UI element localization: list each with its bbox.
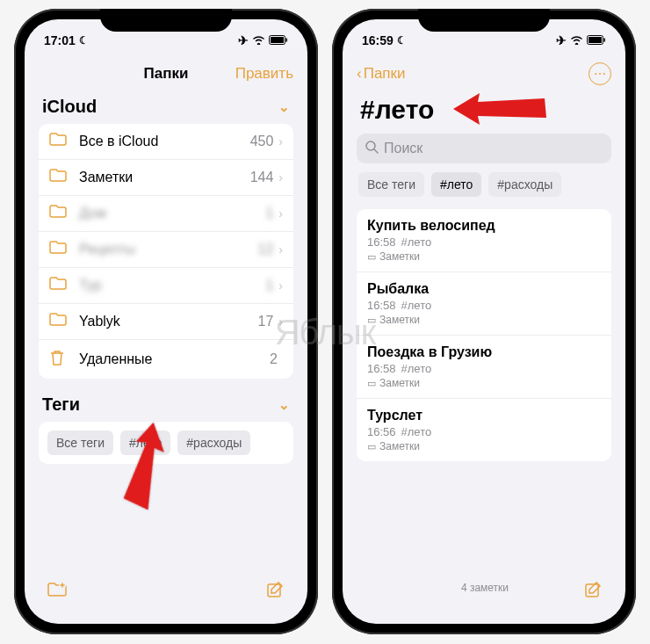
folder-icon: ▭ [367,315,376,326]
chevron-right-icon: › [278,279,283,293]
chevron-left-icon: ‹ [357,65,362,83]
folder-row[interactable]: Удаленные2 [39,340,293,379]
bottom-toolbar: 4 заметки [343,578,625,624]
notes-count: 4 заметки [461,582,509,594]
svg-rect-6 [589,37,602,43]
page-title: Папки [91,65,241,83]
folder-row[interactable]: Все в iCloud450› [39,124,293,160]
note-item[interactable]: Купить велосипед16:58#лето▭Заметки [357,209,611,272]
more-button[interactable]: ⋯ [589,62,611,85]
annotation-arrow-right [448,83,553,135]
airplane-icon: ✈︎ [238,33,249,47]
folder-row[interactable]: Заметки144› [39,160,293,196]
compose-button[interactable] [585,582,603,604]
folder-count: 1 [265,206,273,221]
note-folder: Заметки [379,250,420,263]
folder-count: 12 [258,242,274,257]
folder-name: Заметки [79,170,250,185]
folder-count: 1 [265,278,273,293]
tag-chip[interactable]: #расходы [488,172,561,197]
back-label: Папки [364,65,406,83]
folder-count: 450 [250,134,274,149]
folder-row[interactable]: Дом1› [39,196,293,232]
folder-name: Все в iCloud [79,134,250,149]
note-time: 16:58 [367,235,396,249]
chevron-down-icon: ⌄ [278,397,290,413]
folder-icon: ▭ [367,441,376,452]
folder-name: Yablyk [79,314,258,329]
folder-count: 144 [250,170,274,185]
note-tag: #лето [401,235,432,249]
note-item[interactable]: Рыбалка16:58#лето▭Заметки [357,272,611,336]
folder-name: Удаленные [79,351,270,367]
tag-chip[interactable]: #расходы [177,431,250,455]
folder-name: Рецепты [79,242,258,257]
dnd-icon: ☾ [397,34,407,47]
note-tag: #лето [401,425,432,438]
trash-icon [49,349,69,370]
wifi-icon [252,33,265,47]
bottom-toolbar [25,578,307,624]
tag-chip[interactable]: Все теги [358,172,424,197]
chevron-right-icon: › [278,134,283,148]
folder-icon [49,133,69,150]
notch [418,9,550,32]
new-folder-button[interactable] [47,582,67,602]
section-title: Теги [42,394,80,415]
folder-icon [49,205,69,222]
tag-chip[interactable]: #лето [431,172,481,197]
back-button[interactable]: ‹ Папки [357,65,418,83]
note-title: Рыбалка [367,281,601,297]
note-time: 16:58 [367,299,396,312]
chevron-down-icon: ⌄ [278,99,290,115]
folder-row[interactable]: Рецепты12› [39,232,293,268]
note-folder: Заметки [379,314,420,326]
section-header-icloud[interactable]: iCloud ⌄ [42,97,290,117]
notes-list: Купить велосипед16:58#лето▭ЗаметкиРыбалк… [357,209,611,461]
wifi-icon [570,33,583,47]
note-title: Поездка в Грузию [367,344,601,360]
search-icon [365,141,379,157]
compose-button[interactable] [267,582,285,604]
status-icons: ✈︎ [238,33,288,47]
svg-marker-11 [120,419,170,510]
nav-bar: Папки Править [25,54,307,93]
status-icons: ✈︎ [556,33,606,47]
ellipsis-icon: ⋯ [594,67,606,81]
folder-icon: ▭ [367,251,376,263]
svg-rect-7 [604,39,606,42]
chevron-right-icon: › [278,315,283,329]
chevron-right-icon: › [278,242,283,257]
folder-icon [49,169,69,186]
airplane-icon: ✈︎ [556,33,567,47]
svg-rect-2 [286,39,288,42]
note-tag: #лето [401,299,432,312]
note-tag: #лето [401,362,432,375]
edit-button[interactable]: Править [241,65,293,83]
search-input[interactable]: Поиск [357,134,611,163]
search-placeholder: Поиск [384,141,422,156]
note-item[interactable]: Турслет16:56#лето▭Заметки [357,399,611,461]
folder-icon [49,277,69,294]
note-folder: Заметки [379,440,420,452]
svg-line-9 [374,149,378,153]
phone-left: 17:01 ☾ ✈︎ Папки Править iCloud ⌄ [14,9,318,634]
folder-icon: ▭ [367,378,376,389]
status-time: 16:59 [362,33,394,47]
folder-row[interactable]: Тур1› [39,268,293,304]
chevron-right-icon: › [278,206,283,221]
note-item[interactable]: Поездка в Грузию16:58#лето▭Заметки [357,336,611,399]
folder-row[interactable]: Yablyk17› [39,304,293,340]
section-header-tags[interactable]: Теги ⌄ [42,394,290,415]
folders-card: Все в iCloud450›Заметки144›Дом1›Рецепты1… [39,124,293,379]
folder-count: 17 [258,314,274,329]
note-folder: Заметки [379,377,420,389]
dnd-icon: ☾ [79,34,89,47]
battery-icon [269,33,288,47]
notch [100,9,232,32]
svg-marker-12 [453,93,546,125]
folder-name: Дом [79,206,265,221]
folder-count: 2 [270,351,278,367]
status-time: 17:01 [44,33,76,47]
svg-rect-1 [271,37,284,43]
